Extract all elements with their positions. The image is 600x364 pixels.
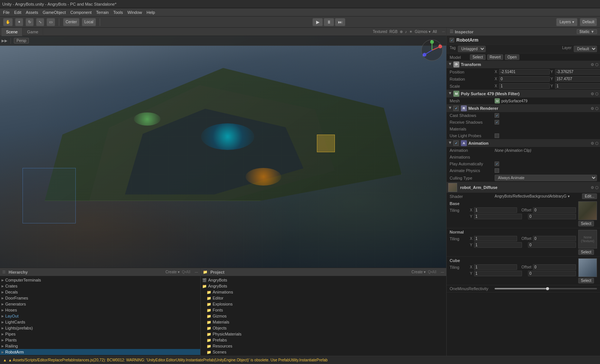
base-texture-thumb[interactable]	[578, 201, 597, 220]
tag-select[interactable]: Untagged	[458, 46, 486, 52]
hier-item-railing[interactable]: ▶ Railing	[0, 343, 200, 349]
game-tab[interactable]: Game	[22, 28, 43, 36]
move-tool-btn[interactable]: ✦	[15, 18, 23, 26]
normal-select-btn[interactable]: Select	[578, 249, 594, 255]
layer-select[interactable]: Default	[574, 46, 597, 52]
scene-content[interactable]	[0, 46, 446, 268]
transform-header[interactable]: ▶ ⟳ Transform ⚙ ⬡	[447, 61, 600, 68]
animate-physics-checkbox[interactable]	[495, 168, 499, 173]
base-offset-y[interactable]	[528, 214, 576, 219]
proj-gizmos[interactable]: 📁 Gizmos	[201, 313, 446, 319]
step-btn[interactable]: ⏭	[335, 18, 345, 26]
proj-scenes[interactable]: 📁 Scenes	[201, 349, 446, 355]
cube-tiling-x[interactable]	[474, 264, 517, 270]
pos-x-input[interactable]	[499, 69, 550, 75]
hand-tool-btn[interactable]: ✋	[3, 18, 13, 26]
hier-item-crates[interactable]: ▶ Crates	[0, 283, 200, 289]
panel-collapse[interactable]: ─	[442, 30, 445, 34]
hier-item-decals[interactable]: ▶ Decals	[0, 289, 200, 295]
persp-btn[interactable]: Persp	[14, 38, 29, 43]
normal-tiling-x[interactable]	[474, 236, 517, 241]
hier-item-hoses[interactable]: ▶ Hoses	[0, 307, 200, 313]
project-create-btn[interactable]: Create ▾	[411, 270, 426, 274]
forward-btn[interactable]: ▶▶	[2, 39, 8, 43]
menu-file[interactable]: File	[3, 10, 10, 15]
all-label[interactable]: All	[433, 30, 437, 34]
pause-btn[interactable]: ⏸	[324, 18, 334, 26]
cube-texture-thumb[interactable]	[578, 258, 597, 277]
open-btn[interactable]: Open	[505, 54, 519, 60]
scale-tool-btn[interactable]: ⤡	[36, 18, 44, 26]
local-btn[interactable]: Local	[82, 18, 96, 26]
cube-offset-x[interactable]	[533, 264, 576, 270]
animation-checkbox[interactable]	[453, 141, 459, 146]
use-light-probes-checkbox[interactable]	[495, 133, 499, 138]
cube-select-btn[interactable]: Select	[578, 278, 594, 283]
menu-tools[interactable]: Tools	[113, 10, 123, 15]
project-collapse-btn[interactable]: ─	[441, 270, 444, 275]
base-tiling-y[interactable]	[474, 214, 522, 219]
revert-btn[interactable]: Revert	[487, 54, 503, 60]
mesh-renderer-checkbox[interactable]	[453, 106, 459, 111]
mesh-renderer-gear[interactable]: ⚙ ⬡	[591, 106, 598, 111]
proj-objects[interactable]: 📁 Objects	[201, 325, 446, 331]
layout-btn[interactable]: Default	[580, 18, 597, 26]
scale-x-input[interactable]	[499, 83, 550, 89]
play-auto-checkbox[interactable]	[495, 162, 499, 166]
menu-help[interactable]: Help	[147, 10, 155, 15]
audio-btn[interactable]: ♪	[405, 30, 407, 34]
menu-window[interactable]: Window	[128, 10, 142, 15]
scene-tab[interactable]: Scene	[2, 28, 22, 36]
cast-shadows-checkbox[interactable]	[495, 113, 499, 118]
gizmos-label[interactable]: Gizmos ▾	[415, 30, 430, 34]
base-offset-x[interactable]	[533, 207, 576, 213]
proj-materials[interactable]: 📁 Materials	[201, 319, 446, 325]
material-edit-btn[interactable]: Edit...	[582, 193, 597, 199]
proj-angrybots-scene[interactable]: 🎬 AngryBots	[201, 277, 446, 283]
proj-animations[interactable]: 📁 Animations	[201, 289, 446, 295]
normal-texture-thumb[interactable]: None(Texture)	[578, 230, 597, 249]
pos-y-input[interactable]	[555, 69, 600, 75]
normal-offset-x[interactable]	[533, 236, 576, 241]
normal-offset-y[interactable]	[528, 242, 576, 248]
transform-gear[interactable]: ⚙ ⬡	[591, 63, 598, 67]
proj-editor[interactable]: 📁 Editor	[201, 295, 446, 301]
receive-shadows-checkbox[interactable]	[495, 120, 499, 124]
rect-tool-btn[interactable]: ▭	[46, 18, 55, 26]
shader-value[interactable]: AngryBots/ReflectiveBackgroundArbitraryG…	[495, 194, 582, 198]
fx-btn[interactable]: ☀	[409, 30, 412, 34]
one-minus-slider[interactable]	[495, 288, 597, 289]
cube-offset-y[interactable]	[528, 271, 576, 276]
rotate-tool-btn[interactable]: ↻	[26, 18, 34, 26]
mesh-filter-gear[interactable]: ⚙ ⬡	[591, 92, 598, 96]
hier-item-plants[interactable]: ▶ Plants	[0, 337, 200, 343]
hier-item-lightcards[interactable]: ▶ LightCards	[0, 319, 200, 325]
animation-header[interactable]: ▶ A Animation ⚙ ⬡	[447, 139, 600, 147]
proj-resources[interactable]: 📁 Resources	[201, 343, 446, 349]
hier-item-lights-prefabs[interactable]: ▶ Lights(prefabs)	[0, 325, 200, 331]
proj-physic-materials[interactable]: 📁 PhysicMaterials	[201, 331, 446, 337]
normal-tiling-y[interactable]	[474, 242, 522, 248]
menu-edit[interactable]: Edit	[14, 10, 21, 15]
static-badge[interactable]: Static ▼	[577, 29, 597, 34]
hier-item-generators[interactable]: ▶ Generators	[0, 301, 200, 307]
mesh-renderer-header[interactable]: ▶ R Mesh Renderer ⚙ ⬡	[447, 105, 600, 112]
base-tiling-x[interactable]	[474, 207, 517, 213]
effects-btn[interactable]: ⊕	[400, 30, 403, 34]
animation-gear[interactable]: ⚙ ⬡	[591, 141, 598, 145]
proj-explosions[interactable]: 📁 Explosions	[201, 301, 446, 307]
play-btn[interactable]: ▶	[312, 18, 323, 26]
rot-x-input[interactable]	[499, 76, 550, 82]
select-btn[interactable]: Select	[470, 54, 486, 60]
proj-prefabs[interactable]: 📁 Prefabs	[201, 337, 446, 343]
object-active-checkbox[interactable]	[450, 38, 454, 42]
material-gear[interactable]: ⚙ ⬡	[591, 186, 598, 190]
hier-item-doorframes[interactable]: ▶ DoorFrames	[0, 295, 200, 301]
menu-assets[interactable]: Assets	[26, 10, 38, 15]
menu-gameobject[interactable]: GameObject	[43, 10, 66, 15]
base-select-btn[interactable]: Select	[578, 221, 594, 226]
scale-y-input[interactable]	[555, 83, 600, 89]
hierarchy-collapse-btn[interactable]: ─	[195, 270, 198, 275]
hier-item-robotarm[interactable]: ▶ RobotArm	[0, 349, 200, 355]
culling-select[interactable]: Always Animate	[495, 175, 597, 181]
